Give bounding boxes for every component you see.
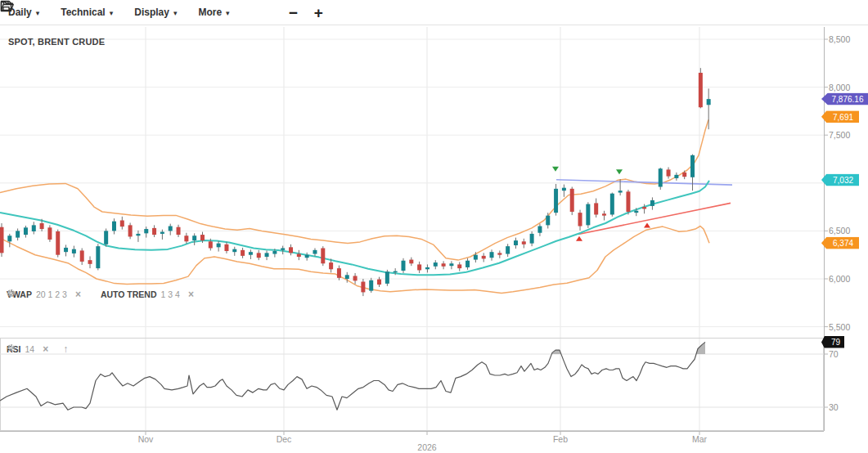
- candle: [602, 213, 606, 215]
- autotrend-legend-params: 1 3 4: [161, 289, 180, 299]
- zoom-out-icon[interactable]: −: [289, 5, 298, 20]
- candle: [650, 200, 654, 206]
- candle: [546, 216, 550, 226]
- candle: [626, 191, 630, 212]
- chevron-down-icon: ▾: [110, 9, 114, 17]
- auto-trend-support-trendline[interactable]: [578, 203, 731, 234]
- chevron-down-icon: ▾: [36, 9, 40, 17]
- candle: [699, 73, 703, 107]
- candle: [56, 231, 60, 255]
- sell-marker-icon: [616, 169, 623, 174]
- overlay-indicators-legend: VWAP 20 1 2 3 × AUTO TREND 1 3 4 ×: [7, 289, 194, 300]
- zoom-in-icon[interactable]: +: [314, 5, 323, 20]
- candle: [490, 252, 494, 258]
- candle: [40, 223, 44, 229]
- candle: [152, 228, 156, 235]
- display-menu-label: Display: [134, 7, 169, 18]
- candle: [241, 250, 245, 256]
- candle: [506, 246, 510, 253]
- rsi-line: [0, 342, 705, 410]
- candle: [537, 226, 542, 233]
- display-menu[interactable]: Display ▾: [134, 7, 177, 18]
- candle: [297, 254, 301, 258]
- candle: [434, 262, 438, 267]
- candle: [177, 227, 181, 235]
- sell-marker-icon: [552, 167, 559, 172]
- candle: [554, 189, 558, 213]
- candle: [265, 253, 269, 257]
- candle: [425, 267, 430, 269]
- candle: [385, 271, 389, 284]
- candle: [232, 249, 236, 253]
- buy-marker-icon: [644, 222, 650, 227]
- candle: [184, 235, 188, 241]
- candle: [482, 256, 486, 259]
- rsi-remove-icon[interactable]: ×: [43, 343, 48, 355]
- candle: [47, 227, 52, 240]
- candle: [128, 225, 133, 236]
- candle: [257, 253, 261, 258]
- rsi-move-up-icon[interactable]: ↑: [63, 343, 68, 355]
- candle: [281, 248, 285, 249]
- candlesticks: [0, 68, 711, 296]
- chevron-down-icon: ▾: [173, 9, 178, 17]
- candle: [353, 276, 358, 280]
- rsi-overbought-fill: [696, 342, 705, 354]
- candle: [80, 250, 84, 261]
- candle: [707, 99, 711, 105]
- candle: [394, 271, 398, 273]
- candle: [690, 155, 695, 177]
- candle: [209, 241, 213, 248]
- more-menu[interactable]: More ▾: [198, 7, 229, 18]
- technical-menu[interactable]: Technical ▾: [61, 7, 113, 18]
- candle: [642, 207, 646, 209]
- candle: [674, 175, 678, 178]
- price-badge: 6,374: [821, 237, 859, 249]
- candle: [465, 261, 470, 267]
- candle: [96, 246, 100, 268]
- candle: [570, 189, 574, 212]
- price-badge: 79: [821, 336, 844, 348]
- charting-app: Daily ▾ Technical ▾ Display ▾ More ▾ − +: [0, 0, 868, 453]
- rsi-legend-params: 14: [25, 344, 35, 354]
- candle: [369, 280, 373, 291]
- vwap-legend-params: 20 1 2 3: [36, 289, 67, 299]
- price-badge: 7,876.16: [821, 93, 868, 105]
- candle: [337, 268, 341, 278]
- candle: [16, 231, 20, 237]
- candle: [272, 251, 277, 254]
- candle: [120, 221, 124, 227]
- candle: [24, 227, 28, 235]
- candle: [200, 235, 205, 240]
- candle: [610, 194, 614, 215]
- candle: [169, 226, 173, 231]
- candle: [313, 250, 317, 254]
- candle: [530, 234, 534, 244]
- price-badge: 7,032: [821, 174, 859, 186]
- candle: [289, 247, 293, 253]
- candle: [586, 204, 590, 226]
- candle: [224, 244, 228, 251]
- candle: [402, 261, 406, 271]
- autotrend-remove-icon[interactable]: ×: [188, 289, 194, 300]
- candle: [0, 227, 4, 253]
- candle: [249, 252, 253, 255]
- candle: [474, 255, 478, 260]
- candle: [361, 282, 365, 293]
- candle: [321, 248, 325, 263]
- candle: [32, 225, 36, 231]
- candle: [522, 241, 526, 244]
- vwap-remove-icon[interactable]: ×: [75, 289, 81, 300]
- candle: [136, 234, 140, 235]
- candle: [659, 168, 663, 186]
- candle: [682, 173, 686, 177]
- auto-trend-resistance-trendline[interactable]: [556, 180, 732, 185]
- more-menu-label: More: [198, 7, 222, 18]
- candle: [88, 260, 92, 264]
- candle: [64, 248, 68, 252]
- candle: [594, 203, 598, 214]
- candle: [618, 191, 623, 192]
- candle: [449, 263, 453, 266]
- autotrend-legend-name: AUTO TREND: [101, 289, 157, 299]
- candle: [578, 213, 582, 226]
